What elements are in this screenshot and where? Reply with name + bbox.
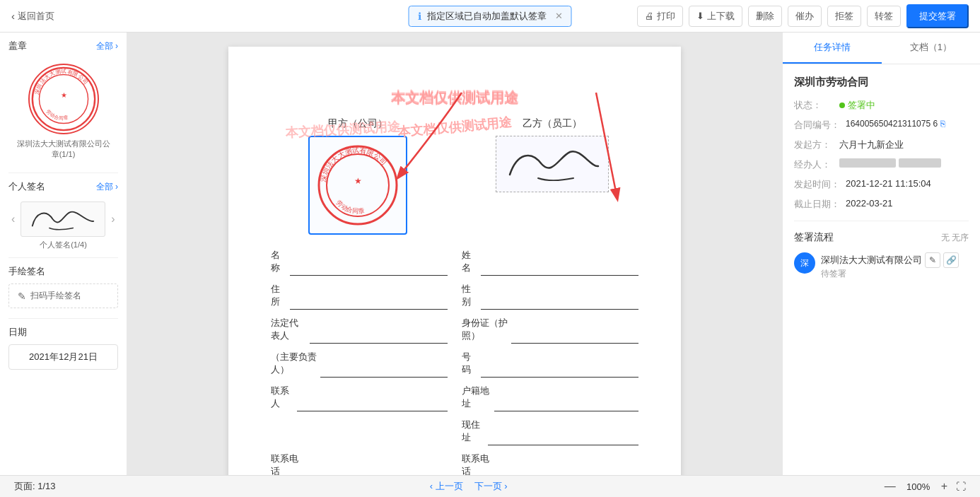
flow-link-btn[interactable]: 🔗 (943, 252, 959, 268)
party-a-stamp-box[interactable]: 深圳法大大测试有限公司 ★ 劳动合同章 (308, 136, 407, 235)
download-label: 上下载 (707, 10, 735, 23)
next-sig-arrow[interactable]: › (108, 210, 117, 228)
form-row-3: 法定代表人 身份证（护照） (271, 317, 638, 344)
info-row-deadline: 截止日期： 2022-03-21 (794, 198, 969, 211)
stamp-circle[interactable]: 深圳法大大测试有限公司 ★ 劳动合同章 (28, 64, 99, 134)
info-row-contract-num: 合同编号： 164005650421311075 6 ⎘ (794, 119, 969, 131)
party-b-sig-box[interactable] (496, 136, 609, 192)
form-row-1: 名称 姓名 (271, 249, 638, 276)
notification-close[interactable]: ✕ (555, 11, 563, 21)
next-page-btn[interactable]: 下一页 › (474, 480, 508, 493)
personal-sign-name: 个人签名(1/4) (8, 240, 118, 250)
date-header: 日期 (8, 326, 118, 339)
party-b-col: 乙方（员工） (465, 117, 638, 235)
sender-label: 发起方： (794, 139, 834, 151)
print-label: 打印 (657, 10, 675, 23)
info-row-handler: 经办人： (794, 158, 969, 171)
doc-page-wrapper: 本文档仅供测试用途 本文档仅供测试用途 (228, 47, 681, 475)
party-a-col: 甲方（公司） (271, 117, 444, 235)
scan-sign-button[interactable]: ✎ 扫码手绘签名 (8, 283, 118, 308)
scan-icon: ✎ (18, 291, 26, 302)
info-row-sender: 发起方： 六月十九新企业 (794, 139, 969, 151)
status-text: 签署中 (848, 99, 875, 112)
download-button[interactable]: ⬇ 上下载 (689, 6, 742, 27)
submit-button[interactable]: 提交签署 (906, 4, 969, 28)
parties-grid: 甲方（公司） (271, 117, 638, 235)
signature-image[interactable] (21, 201, 105, 237)
stamp-name: 深圳法大大测试有限公司公章(1/1) (14, 139, 112, 160)
contact-left-label: 联系人 (271, 385, 294, 410)
personal-sign-title: 个人签名 (8, 180, 45, 193)
main-layout: 盖章 全部 › 深圳法大大测试有限公司 (0, 33, 980, 475)
reject-button[interactable]: 拒签 (827, 6, 861, 27)
watermark-1: 本文档仅供测试用途 (228, 89, 681, 108)
reject-label: 拒签 (835, 10, 853, 23)
signature-svg (21, 202, 105, 236)
party-b-sig-svg (499, 139, 605, 189)
watermark-top: 本文档仅供测试用途 (228, 88, 681, 107)
prev-sig-arrow[interactable]: ‹ (8, 210, 18, 228)
field-address-left: 住所 (271, 283, 448, 310)
stamp-section: 盖章 全部 › 深圳法大大测试有限公司 (0, 33, 127, 173)
current-addr-line (488, 430, 638, 445)
name-right-line (481, 260, 638, 276)
address-left-line (290, 294, 448, 310)
status-dot (839, 103, 845, 108)
transfer-button[interactable]: 转签 (867, 6, 901, 27)
stamp-section-header: 盖章 全部 › (8, 40, 118, 52)
footer-right: — 100% + ⛶ (882, 480, 966, 493)
id-num-line (481, 362, 638, 378)
field-id-num: 号码 (462, 351, 638, 378)
right-sidebar: 任务详情 文档（1） 深圳市劳动合同 状态： 签署中 合同编号： 1640056… (782, 33, 980, 475)
gender-label: 性别 (462, 283, 478, 308)
sender-value: 六月十九新企业 (839, 139, 969, 151)
delete-button[interactable]: 删除 (748, 6, 782, 27)
stamp-all-link[interactable]: 全部 › (96, 40, 118, 52)
date-section: 日期 2021年12月21日 (0, 319, 127, 377)
name-left-label: 名称 (271, 249, 287, 274)
zoom-plus-btn[interactable]: + (938, 480, 950, 493)
back-button[interactable]: ‹ 返回首页 (11, 10, 54, 23)
flow-name: 深圳法大大测试有限公司 ✎ 🔗 (821, 252, 969, 268)
current-addr-label: 现住址 (462, 419, 485, 444)
fit-page-icon[interactable]: ⛶ (956, 481, 966, 492)
tab-document[interactable]: 文档（1） (882, 33, 981, 64)
tab-task-details[interactable]: 任务详情 (783, 33, 882, 64)
print-button[interactable]: 🖨 打印 (637, 6, 683, 27)
page-info: 页面: 1/13 (14, 480, 56, 493)
date-title: 日期 (8, 326, 27, 339)
signature-slider: ‹ › (8, 199, 118, 240)
date-box[interactable]: 2021年12月21日 (8, 344, 118, 370)
date-value: 2021年12月21日 (29, 351, 98, 362)
field-name-left: 名称 (271, 249, 448, 276)
handler-blurred (839, 158, 896, 168)
form-row-7: 联系电话 联系电话 (271, 452, 638, 475)
main-charge-label: （主要负责人） (271, 351, 317, 376)
handler-label: 经办人： (794, 158, 834, 171)
legal-rep-line (310, 328, 448, 344)
stamp-item[interactable]: 深圳法大大测试有限公司 ★ 劳动合同章 深圳法大大测试有限公司公章(1/1) (8, 58, 118, 165)
remind-label: 催办 (795, 10, 814, 23)
left-sidebar: 盖章 全部 › 深圳法大大测试有限公司 (0, 33, 127, 475)
info-row-status: 状态： 签署中 (794, 99, 969, 112)
contact-left-line (297, 396, 448, 411)
remind-button[interactable]: 催办 (788, 6, 822, 27)
form-row-4: （主要负责人） 号码 (271, 351, 638, 378)
personal-sign-all[interactable]: 全部 › (96, 181, 118, 193)
flow-status: 待签署 (821, 268, 969, 280)
field-phone-left: 联系电话 (271, 452, 448, 475)
field-main-charge: （主要负责人） (271, 351, 448, 378)
id-card-label: 身份证（护照） (462, 317, 508, 342)
zoom-minus-btn[interactable]: — (882, 480, 899, 493)
gender-line (481, 294, 638, 310)
doc-area: 本文档仅供测试用途 本文档仅供测试用途 (127, 33, 782, 475)
prev-page-btn[interactable]: ‹ 上一页 (430, 480, 463, 493)
copy-icon[interactable]: ⎘ (940, 119, 945, 129)
submit-label: 提交签署 (919, 11, 956, 21)
status-value: 签署中 (839, 99, 969, 112)
phone-left-line (303, 464, 448, 475)
field-gender: 性别 (462, 283, 638, 310)
party-a-stamp-svg: 深圳法大大测试有限公司 ★ 劳动合同章 (315, 143, 400, 228)
delete-label: 删除 (756, 10, 774, 23)
flow-edit-btn[interactable]: ✎ (925, 252, 940, 268)
